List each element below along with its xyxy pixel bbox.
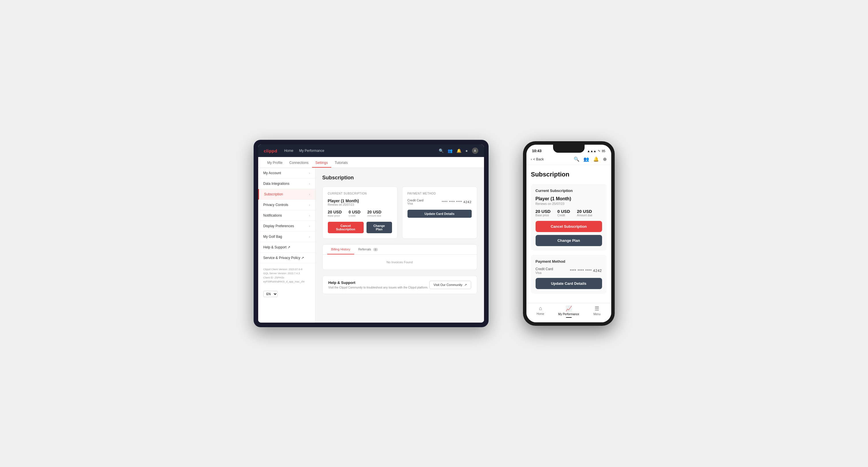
subnav-tutorials[interactable]: Tutorials: [331, 161, 351, 167]
sidebar-item-golfbag[interactable]: My Golf Bag ›: [258, 231, 315, 242]
tablet-nav-links: Home My Performance: [284, 149, 439, 153]
phone-subscription-section: Current Subscription Player (1 Month) Re…: [531, 184, 607, 251]
phone-pricing: 20 USD Base price 0 USD Credit 20 USD Am…: [535, 209, 602, 217]
billing-section: Billing History Referrals 0 No Invoices …: [322, 244, 477, 270]
phone-tab-home[interactable]: ⌂ Home: [526, 305, 555, 318]
users-icon[interactable]: 👥: [447, 148, 453, 153]
phone-amount-due: 20 USD Amount due: [577, 209, 592, 217]
sidebar-item-account[interactable]: My Account ›: [258, 168, 315, 179]
help-desc: Visit the Clippd Community to troublesho…: [329, 286, 428, 289]
payment-brand: Visa: [407, 202, 424, 205]
chevron-icon: ›: [309, 225, 310, 228]
sidebar-item-help[interactable]: Help & Support ↗: [258, 242, 315, 253]
base-price-label: Base price: [328, 214, 342, 217]
sidebar-label-privacy: Privacy Controls: [264, 203, 288, 207]
phone-tab-performance[interactable]: 📈 My Performance: [555, 305, 583, 318]
phone-notch: [553, 145, 585, 153]
phone-amount-lbl: Amount due: [577, 214, 592, 217]
subnav-myprofile[interactable]: My Profile: [264, 161, 286, 167]
phone-bell-icon[interactable]: 🔔: [593, 156, 599, 162]
payment-type: Credit Card: [407, 198, 424, 202]
phone-cancel-button[interactable]: Cancel Subscription: [535, 221, 602, 232]
base-price: 20 USD Base price: [328, 210, 342, 217]
billing-tab-history[interactable]: Billing History: [327, 245, 354, 254]
sidebar-label-display: Display Preferences: [264, 224, 294, 228]
phone-content: Subscription Current Subscription Player…: [526, 165, 611, 303]
phone-users-icon[interactable]: 👥: [584, 156, 589, 162]
phone-search-icon[interactable]: 🔍: [574, 156, 580, 162]
scene: clippd Home My Performance 🔍 👥 🔔 ● A My …: [11, 140, 857, 327]
visit-community-button[interactable]: Visit Our Community ↗: [429, 281, 471, 289]
change-plan-button[interactable]: Change Plan: [367, 222, 392, 233]
credit-label: Credit: [349, 214, 361, 217]
sidebar-item-privacy[interactable]: Privacy Controls ›: [258, 200, 315, 210]
sidebar-item-display[interactable]: Display Preferences ›: [258, 221, 315, 231]
phone-credit: 0 USD Credit: [557, 209, 570, 217]
sidebar-label-notifications: Notifications: [264, 213, 282, 217]
tablet-content: Subscription Current Subscription Player…: [315, 168, 484, 322]
sidebar-item-service[interactable]: Service & Privacy Policy ↗: [258, 253, 315, 263]
phone-update-card-button[interactable]: Update Card Details: [535, 278, 602, 289]
avatar[interactable]: A: [472, 148, 478, 154]
wifi-icon: ∿: [598, 149, 600, 153]
tablet-nav-performance[interactable]: My Performance: [299, 149, 324, 153]
sidebar-footer: Clippd Client Version: 2023.07.6-8 GQL S…: [258, 263, 315, 288]
billing-tab-referrals[interactable]: Referrals 0: [354, 245, 382, 254]
tablet-nav-home[interactable]: Home: [284, 149, 293, 153]
language-select[interactable]: EN: [264, 291, 278, 297]
chevron-icon: ›: [309, 235, 310, 238]
subnav-settings[interactable]: Settings: [312, 161, 331, 167]
plan-renews: Renews on 25/07/23: [328, 203, 392, 206]
phone-tab-menu[interactable]: ☰ Menu: [583, 305, 611, 318]
phone-plan-name: Player (1 Month): [535, 196, 602, 201]
payment-card-row: Credit Card Visa **** **** **** 4242: [407, 198, 472, 205]
phone-screen: 10:43 ▲▲▲ ∿ 85 ‹ < Back 🔍 👥: [526, 145, 611, 322]
phone-payment-number: **** **** **** 4242: [570, 269, 602, 273]
payment-card-label: Payment Method: [407, 192, 472, 195]
amount-due-value: 20 USD: [367, 210, 381, 214]
referrals-badge: 0: [373, 248, 378, 251]
tablet-subnav: My Profile Connections Settings Tutorial…: [258, 157, 484, 168]
payment-number: **** **** **** 4242: [442, 200, 471, 204]
subscription-card: Current Subscription Player (1 Month) Re…: [322, 187, 398, 239]
performance-tab-label: My Performance: [558, 313, 579, 316]
phone-tabbar: ⌂ Home 📈 My Performance ☰ Menu: [526, 303, 611, 322]
page-title: Subscription: [322, 175, 477, 181]
menu-tab-label: Menu: [593, 313, 601, 316]
tablet-sidebar: My Account › Data Integrations › Subscri…: [258, 168, 315, 322]
sidebar-item-integrations[interactable]: Data Integrations ›: [258, 179, 315, 189]
billing-empty: No Invoices Found: [323, 255, 477, 270]
phone-base-price-lbl: Base price: [535, 214, 551, 217]
chevron-icon: ›: [309, 172, 310, 175]
amount-due-label: Amount due: [367, 214, 381, 217]
version-line2: GQL Server Version: 2023.7.4.3: [264, 271, 310, 275]
phone-change-plan-button[interactable]: Change Plan: [535, 235, 602, 246]
sidebar-label-golfbag: My Golf Bag: [264, 235, 282, 239]
sidebar-item-subscription[interactable]: Subscription ›: [258, 189, 315, 200]
phone-credit-lbl: Credit: [557, 214, 570, 217]
phone-plus-icon[interactable]: ⊕: [603, 156, 607, 162]
tablet-screen: clippd Home My Performance 🔍 👥 🔔 ● A My …: [258, 145, 484, 322]
phone-payment-left: Credit Card Visa: [535, 267, 553, 275]
back-label: < Back: [533, 157, 544, 161]
phone-status-icons: ▲▲▲ ∿ 85: [587, 149, 606, 153]
signal-icon: ▲▲▲: [587, 149, 597, 153]
sidebar-item-notifications[interactable]: Notifications ›: [258, 210, 315, 221]
cancel-subscription-button[interactable]: Cancel Subscription: [328, 222, 364, 233]
help-title: Help & Support: [329, 280, 428, 285]
globe-icon[interactable]: ●: [465, 148, 468, 153]
help-text: Help & Support Visit the Clippd Communit…: [329, 280, 428, 289]
tablet-nav-icons: 🔍 👥 🔔 ● A: [439, 148, 478, 154]
update-card-button[interactable]: Update Card Details: [407, 210, 472, 218]
payment-info: Credit Card Visa **** **** **** 4242: [407, 198, 472, 205]
tablet-main: My Account › Data Integrations › Subscri…: [258, 168, 484, 322]
subscription-buttons: Cancel Subscription Change Plan: [328, 222, 392, 233]
plan-name: Player (1 Month): [328, 198, 392, 203]
menu-icon: ☰: [595, 305, 599, 312]
search-icon[interactable]: 🔍: [439, 148, 443, 153]
subnav-connections[interactable]: Connections: [286, 161, 312, 167]
tablet-logo: clippd: [264, 148, 277, 153]
bell-icon[interactable]: 🔔: [457, 148, 461, 153]
phone-amount-val: 20 USD: [577, 209, 592, 214]
phone-back-button[interactable]: ‹ < Back: [531, 157, 571, 161]
